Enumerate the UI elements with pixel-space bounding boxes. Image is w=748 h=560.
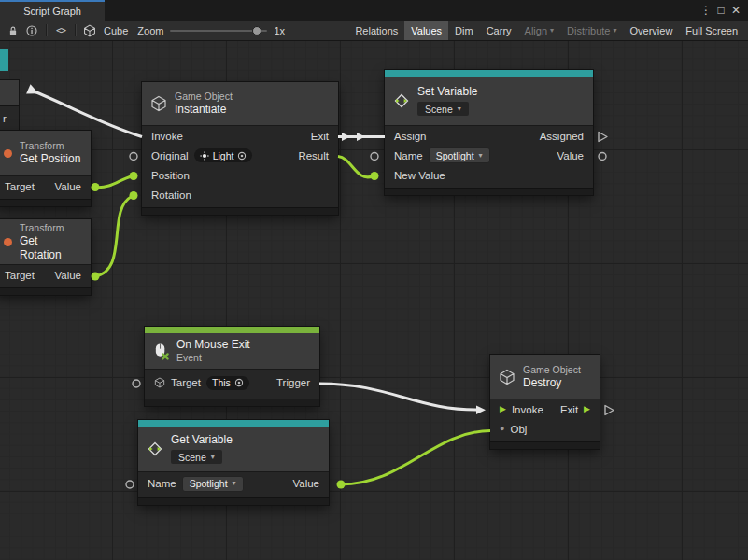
port-circle-original[interactable] — [130, 153, 137, 161]
dropdown-arrow-icon: ▾ — [211, 454, 215, 461]
port-exit[interactable]: Exit — [311, 131, 329, 142]
node-header[interactable]: Set Variable Scene ▾ — [385, 77, 593, 126]
port-new-value[interactable]: New Value — [394, 170, 445, 181]
port-value[interactable]: Value — [54, 181, 81, 192]
toolbar-button-dim[interactable]: Dim — [448, 21, 480, 40]
port-value[interactable]: Value — [54, 270, 81, 281]
offscreen-node-fragment: r — [0, 106, 19, 131]
maximize-icon[interactable]: □ — [713, 0, 728, 21]
port-triangle-assigned[interactable] — [599, 133, 607, 142]
object-picker-icon[interactable] — [237, 151, 247, 161]
toolbar-button-overview[interactable]: Overview — [624, 21, 680, 40]
code-icon[interactable]: <> — [51, 22, 70, 39]
object-picker-icon[interactable] — [234, 378, 244, 387]
node-get-rotation[interactable]: Transform Get Rotation Target Value — [0, 219, 91, 295]
game-object-icon — [499, 369, 515, 385]
dropdown-arrow-icon: ▾ — [550, 27, 554, 35]
game-object-icon — [150, 95, 167, 112]
port-obj[interactable]: Obj — [510, 424, 527, 435]
port-row: Position — [142, 165, 338, 185]
variable-scope-value: Scene — [178, 452, 206, 463]
node-accent-bar — [145, 327, 319, 333]
port-target[interactable]: Target — [5, 270, 35, 281]
flow-arrow-icon — [357, 133, 365, 141]
node-title: Get Position — [20, 152, 80, 166]
toolbar-button-align[interactable]: Align ▾ — [518, 21, 560, 40]
offscreen-node-fragment — [0, 49, 8, 71]
port-dot-value[interactable] — [92, 273, 100, 281]
port-circle-name[interactable] — [371, 153, 378, 161]
zoom-slider-handle[interactable] — [252, 26, 261, 35]
port-invoke[interactable]: Invoke — [151, 131, 183, 142]
close-icon[interactable]: ✕ — [728, 0, 743, 21]
port-circle-name[interactable] — [126, 481, 134, 488]
flow-arrow-icon — [26, 84, 40, 98]
menu-icon[interactable]: ⋮ — [699, 0, 713, 21]
node-footer — [0, 287, 91, 295]
port-dot-value[interactable] — [92, 183, 100, 191]
flow-arrow-icon: ▶ — [500, 405, 506, 413]
game-object-icon — [154, 377, 165, 388]
graph-canvas[interactable]: r Transform Get Position Target Value Tr… — [0, 41, 748, 560]
port-target[interactable]: Target — [5, 181, 35, 192]
toolbar-button-distribute[interactable]: Distribute ▾ — [560, 21, 623, 40]
node-instantiate[interactable]: Game Object Instantiate Invoke Exit Orig… — [142, 82, 338, 215]
node-destroy[interactable]: Game Object Destroy ▶ Invoke Exit ▶ ● Ob… — [490, 355, 600, 449]
port-dot-new-value[interactable] — [371, 172, 379, 180]
port-dot-position[interactable] — [130, 172, 138, 180]
port-trigger[interactable]: Trigger — [276, 377, 310, 388]
port-circle-target[interactable] — [133, 380, 140, 387]
toolbar-button-relations[interactable]: Relations — [348, 21, 404, 40]
port-triangle-exit[interactable] — [605, 406, 614, 415]
port-exit[interactable]: Exit — [560, 404, 578, 415]
node-header[interactable]: Game Object Destroy — [490, 355, 600, 399]
node-header[interactable]: Game Object Instantiate — [142, 82, 338, 126]
port-original[interactable]: Original — [151, 150, 189, 161]
port-value[interactable]: Value — [292, 478, 319, 489]
node-set-variable[interactable]: Set Variable Scene ▾ Assign Assigned Nam… — [385, 70, 593, 195]
port-row: Target Value — [0, 176, 91, 196]
transform-icon — [4, 149, 12, 158]
port-row: Name Spotlight ▾ Value — [138, 472, 329, 495]
port-dot-value[interactable] — [337, 481, 346, 489]
port-position[interactable]: Position — [151, 170, 190, 181]
target-object-field[interactable]: This — [206, 376, 249, 390]
port-circle-value-out[interactable] — [599, 153, 606, 161]
toolbar-separator — [75, 24, 76, 36]
info-icon[interactable] — [22, 22, 41, 39]
zoom-slider[interactable] — [170, 22, 267, 39]
port-assigned[interactable]: Assigned — [540, 131, 584, 142]
toolbar-button-label: Distribute — [567, 25, 610, 36]
original-object-field[interactable]: Light — [194, 148, 253, 162]
node-title: Instantiate — [175, 103, 233, 117]
node-header[interactable]: Get Variable Scene ▾ — [138, 427, 329, 472]
variable-name-dropdown[interactable]: Spotlight ▾ — [429, 147, 490, 163]
object-field-value: This — [212, 377, 231, 388]
port-assign[interactable]: Assign — [394, 131, 427, 142]
node-on-mouse-exit[interactable]: On Mouse Exit Event Target This Trigger — [145, 327, 319, 406]
port-name[interactable]: Name — [394, 150, 423, 161]
port-name[interactable]: Name — [148, 478, 176, 489]
node-header[interactable]: Transform Get Position — [0, 131, 91, 176]
port-dot-rotation[interactable] — [130, 191, 138, 200]
node-header[interactable]: On Mouse Exit Event — [145, 333, 319, 370]
variable-name-dropdown[interactable]: Spotlight ▾ — [182, 476, 244, 492]
toolbar-button-fullscreen[interactable]: Full Screen — [679, 21, 744, 40]
node-get-variable[interactable]: Get Variable Scene ▾ Name Spotlight ▾ Va… — [138, 420, 329, 505]
port-value[interactable]: Value — [557, 150, 584, 161]
flow-arrow-icon: ▶ — [584, 405, 590, 413]
toolbar-button-values[interactable]: Values — [404, 21, 448, 40]
node-header[interactable]: Transform Get Rotation — [0, 219, 91, 265]
variable-scope-dropdown[interactable]: Scene ▾ — [417, 102, 469, 116]
port-result[interactable]: Result — [298, 150, 329, 161]
variable-scope-dropdown[interactable]: Scene ▾ — [171, 450, 222, 464]
port-invoke[interactable]: Invoke — [512, 404, 543, 415]
toolbar-button-carry[interactable]: Carry — [480, 21, 518, 40]
variable-scope-value: Scene — [425, 104, 453, 115]
node-get-position[interactable]: Transform Get Position Target Value — [0, 131, 91, 206]
tab-script-graph[interactable]: Script Graph — [0, 0, 105, 21]
port-rotation[interactable]: Rotation — [151, 189, 191, 201]
wire-data — [95, 176, 132, 188]
port-target[interactable]: Target — [171, 377, 201, 388]
lock-icon[interactable] — [4, 22, 22, 39]
